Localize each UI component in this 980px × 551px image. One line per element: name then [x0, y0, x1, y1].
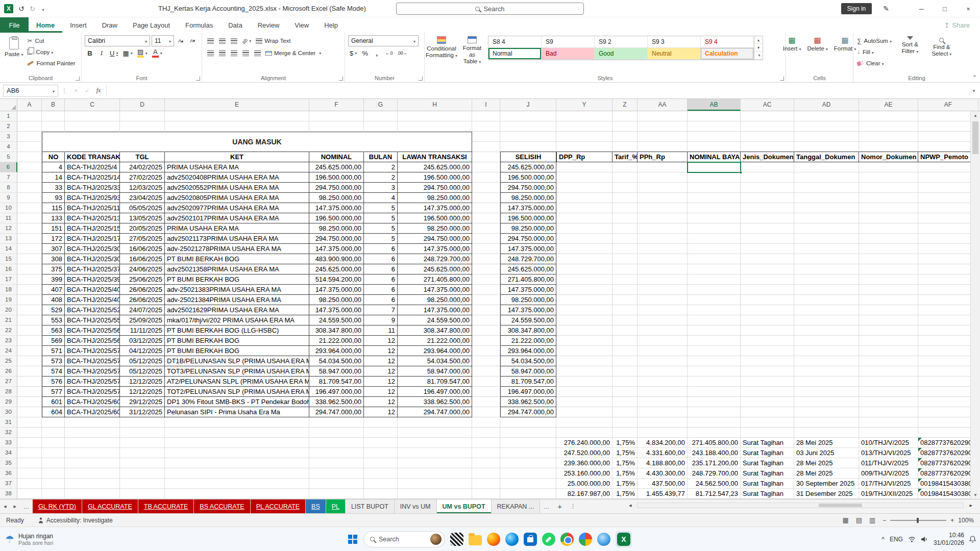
clock[interactable]: 10:46 31/01/2026 [934, 532, 964, 547]
cell-g16[interactable]: 6 [364, 264, 398, 274]
row-header-9[interactable]: 9 [0, 193, 17, 203]
cell-aa38[interactable]: 1.455.439,77 [638, 489, 688, 499]
cell-e36[interactable] [165, 468, 309, 479]
row-header-17[interactable]: 17 [0, 274, 17, 285]
cell-e22[interactable]: PT BUMI BERKAH BOG (LLG-HSBC) [165, 325, 309, 336]
cell-j1[interactable] [500, 111, 556, 121]
cell-e16[interactable]: adv25021358PRIMA USAHA ERA MA [165, 264, 309, 274]
cell-ab37[interactable]: 24.562.500,00 [688, 479, 741, 489]
cell-c26[interactable]: BCA-THJ/2025/574 [65, 366, 120, 377]
cell-y32[interactable] [556, 428, 612, 438]
cell-ae29[interactable] [859, 397, 918, 407]
cell-ab14[interactable] [688, 244, 741, 254]
cell-b19[interactable]: 408 [42, 295, 65, 305]
cell-ab33[interactable]: 271.405.800,00 [688, 438, 741, 448]
cell-ab4[interactable] [688, 142, 741, 152]
cell-b28[interactable]: 577 [42, 387, 65, 397]
cell-ab10[interactable] [688, 203, 741, 213]
format-painter-button[interactable]: Format Painter [26, 58, 77, 68]
zoom-slider[interactable] [890, 520, 946, 521]
cell-j17[interactable]: 271.405.800,00 [500, 274, 556, 285]
cell-af27[interactable] [918, 377, 978, 387]
cell-c29[interactable]: BCA-THJ/2025/601 [65, 397, 120, 407]
row-header-2[interactable]: 2 [0, 121, 17, 132]
cell-ae26[interactable] [859, 366, 918, 377]
sheet-tab-tb-accurate[interactable]: TB ACCURATE [138, 499, 194, 513]
cell-ae6[interactable] [859, 162, 918, 172]
cell-af22[interactable] [918, 325, 978, 336]
sheet-tab-um-vs-bupot[interactable]: UM vs BUPOT [437, 499, 492, 513]
cell-ab35[interactable]: 235.171.200,00 [688, 458, 741, 468]
cell-ad11[interactable] [794, 213, 859, 223]
cell-ac6[interactable] [741, 162, 794, 172]
vertical-scrollbar[interactable]: ▲ ▼ [970, 111, 980, 499]
cell-ab23[interactable] [688, 336, 741, 346]
cell-g26[interactable]: 12 [364, 366, 398, 377]
cell-f28[interactable]: 196.497.000,00 [309, 387, 364, 397]
cell-h5[interactable]: LAWAN TRANSAKSI [398, 152, 472, 162]
pen-icon[interactable]: ✎ [883, 5, 889, 13]
cell-y33[interactable]: 276.240.000,00 [556, 438, 612, 448]
cell-g8[interactable]: 3 [364, 183, 398, 193]
cell-ab24[interactable] [688, 346, 741, 356]
column-header-af[interactable]: AF [918, 99, 978, 111]
align-bottom-button[interactable] [229, 35, 239, 46]
row-header-22[interactable]: 22 [0, 325, 17, 336]
cell-a25[interactable] [17, 356, 42, 366]
align-top-button[interactable] [205, 35, 215, 46]
cell-g35[interactable] [364, 458, 398, 468]
cell-af8[interactable] [918, 183, 978, 193]
cell-af32[interactable] [918, 428, 978, 438]
cell-d33[interactable] [120, 438, 165, 448]
cell-aa2[interactable] [638, 121, 688, 132]
column-header-a[interactable]: A [17, 99, 42, 111]
increase-font-button[interactable]: A▴ [176, 35, 186, 46]
cell-f16[interactable]: 245.625.000,00 [309, 264, 364, 274]
cell-b16[interactable]: 375 [42, 264, 65, 274]
cell-ab36[interactable]: 248.729.700,00 [688, 468, 741, 479]
cell-ae20[interactable] [859, 305, 918, 315]
cell-y36[interactable]: 253.160.000,00 [556, 468, 612, 479]
cell-i15[interactable] [472, 254, 500, 264]
microsoft-store-icon[interactable] [524, 533, 537, 546]
cell-z14[interactable] [612, 244, 638, 254]
cell-i33[interactable] [472, 438, 500, 448]
cell-c37[interactable] [65, 479, 120, 489]
cell-ac12[interactable] [741, 223, 794, 234]
cell-g17[interactable]: 6 [364, 274, 398, 285]
cell-h19[interactable]: 98.250.000,00 [398, 295, 472, 305]
cell-y37[interactable]: 25.000.000,00 [556, 479, 612, 489]
cell-ad14[interactable] [794, 244, 859, 254]
cell-i7[interactable] [472, 172, 500, 183]
cell-j23[interactable]: 21.222.000,00 [500, 336, 556, 346]
row-header-7[interactable]: 7 [0, 172, 17, 183]
cell-aa7[interactable] [638, 172, 688, 183]
cell-f8[interactable]: 294.750.000,00 [309, 183, 364, 193]
cell-d14[interactable]: 16/06/2025 [120, 244, 165, 254]
whatsapp-icon[interactable] [542, 533, 555, 546]
enter-icon[interactable]: ✓ [82, 87, 93, 94]
cell-ac9[interactable] [741, 193, 794, 203]
cell-b32[interactable] [42, 428, 65, 438]
cell-d20[interactable]: 24/07/2025 [120, 305, 165, 315]
cell-j16[interactable]: 245.625.000,00 [500, 264, 556, 274]
cell-z16[interactable] [612, 264, 638, 274]
alignment-dialog-launcher[interactable] [339, 77, 343, 81]
cell-i28[interactable] [472, 387, 500, 397]
cell-y25[interactable] [556, 356, 612, 366]
cell-f33[interactable] [309, 438, 364, 448]
cell-i1[interactable] [472, 111, 500, 121]
cell-ac11[interactable] [741, 213, 794, 223]
cell-ac34[interactable]: Surat Tagihan [741, 448, 794, 458]
percent-style-button[interactable]: % [360, 47, 370, 59]
ribbon-tab-view[interactable]: View [287, 17, 316, 33]
column-header-d[interactable]: D [120, 99, 165, 111]
cell-y34[interactable]: 247.520.000,00 [556, 448, 612, 458]
cell-b20[interactable]: 529 [42, 305, 65, 315]
cell-c13[interactable]: BCA-THJ/2025/172 [65, 234, 120, 244]
cell-ad26[interactable] [794, 366, 859, 377]
cell-y4[interactable] [556, 142, 612, 152]
cell-ab15[interactable] [688, 254, 741, 264]
cell-ab21[interactable] [688, 315, 741, 325]
cell-af2[interactable] [918, 121, 978, 132]
